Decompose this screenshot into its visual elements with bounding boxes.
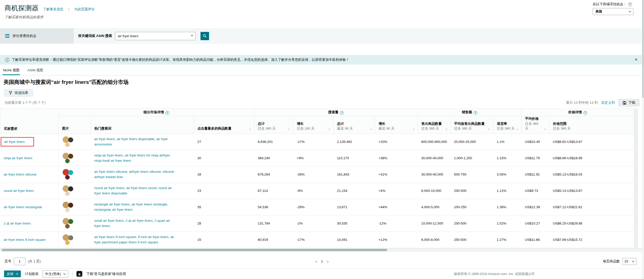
col-header-4[interactable]: 总计过去 360 天↓ bbox=[254, 116, 293, 134]
price-range-cell: US$7.12-US$22.81 bbox=[549, 199, 634, 215]
buyer-need-link[interactable]: air fryer liners silicone bbox=[4, 173, 37, 176]
marketplace-select[interactable]: 美国 bbox=[593, 8, 633, 15]
avg-units-sold-cell: 1,000-1,250 bbox=[451, 150, 493, 166]
buyer-need-link[interactable]: 2 qt air fryer liners bbox=[4, 221, 31, 225]
col-header-3[interactable]: 点击量最多的商品数量↓ bbox=[194, 116, 254, 134]
col-subtitle: 最近 90 天 bbox=[379, 126, 411, 131]
buyer-need-link[interactable]: air fryer liners rectangular bbox=[4, 205, 42, 209]
buyer-need-link[interactable]: air fryer liners 9 inch square bbox=[4, 238, 46, 242]
group-help-icon[interactable]: ? bbox=[166, 111, 169, 115]
search-button[interactable] bbox=[200, 32, 209, 40]
sort-descending-icon[interactable]: ↓ bbox=[544, 127, 546, 131]
horizontal-scrollbar-thumb[interactable] bbox=[2, 249, 387, 251]
sort-descending-icon[interactable]: ↓ bbox=[370, 127, 372, 131]
col-header-7[interactable]: 增长最近 90 天↓ bbox=[375, 116, 418, 134]
top-search-terms-link[interactable]: round air fryer liners, air fryer liners… bbox=[94, 186, 177, 196]
image-cell bbox=[59, 150, 91, 166]
buyer-need-link[interactable]: ninja air fryer liners bbox=[4, 156, 32, 160]
marketplace-help-icon[interactable]: ? bbox=[628, 3, 632, 6]
avg-price-cell: US$11.79 bbox=[521, 150, 549, 166]
group-help-icon[interactable]: ? bbox=[473, 111, 477, 115]
horizontal-scrollbar[interactable] bbox=[0, 248, 644, 252]
filter-results-button[interactable]: 筛选结果 bbox=[4, 89, 33, 97]
col-header-11[interactable]: 平均价格过去 360 天↓ bbox=[521, 116, 549, 134]
search-volume-90-cell: 161,843 bbox=[334, 166, 375, 183]
col-title: 图片 bbox=[62, 126, 84, 131]
search-volume-90-cell: 110,170 bbox=[334, 150, 375, 166]
return-rate-cell: 1.1% bbox=[493, 134, 521, 150]
search-input[interactable] bbox=[115, 32, 195, 40]
tab-asin-view[interactable]: ASIN 视图 bbox=[27, 67, 44, 75]
page-vertical-scrollbar-thumb[interactable] bbox=[642, 0, 644, 98]
browse-by-category[interactable]: 按分类查找机会 bbox=[0, 28, 74, 44]
avg-units-sold-cell: 500-750 bbox=[451, 166, 493, 183]
col-header-10[interactable]: 退货率过去 360 天↓ bbox=[493, 116, 521, 134]
download-button[interactable]: 下载 bbox=[618, 99, 639, 106]
top-search-terms-link[interactable]: air fryer liners, air fryer liners dispo… bbox=[94, 137, 177, 147]
product-thumbnail[interactable] bbox=[62, 185, 74, 197]
sort-descending-icon[interactable]: ↓ bbox=[413, 127, 415, 131]
col-title: 平均值售出商品数量 bbox=[454, 121, 487, 126]
feedback-button[interactable]: 反馈 × bbox=[4, 270, 21, 277]
col-header-8[interactable]: 售出商品数量过去 360 天↓ bbox=[418, 116, 451, 134]
search-volume-360-cell: 54,536 bbox=[254, 199, 293, 215]
sort-descending-icon[interactable]: ↓ bbox=[288, 127, 290, 131]
sort-descending-icon[interactable]: ↓ bbox=[488, 127, 490, 131]
customize-columns-link[interactable]: 自定义列 bbox=[601, 100, 615, 105]
group-help-icon[interactable]: ? bbox=[340, 111, 344, 115]
search-growth-180-cell: -26% bbox=[293, 199, 334, 215]
product-thumbnail[interactable] bbox=[62, 201, 74, 213]
language-select[interactable]: 中文(简体) bbox=[43, 270, 68, 277]
group-help-icon[interactable]: ? bbox=[583, 111, 587, 115]
program-policies-link[interactable]: 计划政策 bbox=[25, 272, 38, 276]
next-page-icon[interactable]: › bbox=[327, 259, 329, 264]
sort-descending-icon[interactable]: ↓ bbox=[516, 127, 518, 131]
top-search-terms-link[interactable]: air fryer liners 9 inch square, 9 inch a… bbox=[94, 235, 177, 245]
previous-page-icon[interactable]: ‹ bbox=[315, 259, 317, 264]
marketplace-label: 在以下商城寻找机会： bbox=[593, 2, 627, 7]
sort-descending-icon[interactable]: ↓ bbox=[249, 127, 251, 131]
sort-descending-icon[interactable]: ↓ bbox=[328, 127, 330, 131]
price-range-cell: US$6.62-US$13.67 bbox=[549, 134, 634, 150]
clear-search-icon[interactable]: × bbox=[191, 33, 193, 38]
page-vertical-scrollbar[interactable] bbox=[642, 0, 644, 279]
col-subtitle: 过去 360 天 bbox=[497, 126, 515, 131]
marketplace-picker: 在以下商城寻找机会： ? 美国 bbox=[593, 2, 633, 15]
banner-close-icon[interactable]: × bbox=[635, 57, 637, 62]
buyer-need-link[interactable]: air fryer liners bbox=[1, 137, 34, 146]
top-search-terms-link[interactable]: ninja air fryer liners, air fryer liners… bbox=[94, 153, 177, 163]
learn-more-link[interactable]: 了解更多信息 bbox=[43, 7, 63, 12]
col-header-9[interactable]: 平均值售出商品数量过去 360 天↓ bbox=[451, 116, 493, 134]
download-app-link[interactable]: 下载“亚马逊卖家”移动应用 bbox=[86, 272, 126, 276]
hamburger-menu-icon[interactable] bbox=[5, 34, 10, 38]
table-vertical-scrollbar[interactable] bbox=[634, 108, 638, 248]
feedback-label: 反馈 bbox=[7, 272, 13, 276]
top-search-terms-link[interactable]: air fryer liners silicone, airfryer line… bbox=[94, 169, 177, 180]
col-header-6[interactable]: 总计最近 90 天↓ bbox=[334, 116, 375, 134]
current-page-number[interactable]: 1 bbox=[321, 259, 323, 263]
col-header-1: 图片 bbox=[59, 116, 91, 134]
sort-descending-icon[interactable]: ↓ bbox=[445, 127, 447, 131]
rate-page-link[interactable]: 为此页面评分 bbox=[74, 7, 95, 12]
page-number-label: 页号 bbox=[5, 259, 11, 264]
product-thumbnail[interactable] bbox=[62, 152, 74, 164]
group-header-2: 销售额? bbox=[418, 109, 521, 116]
return-rate-cell: 1.52% bbox=[493, 215, 521, 232]
return-rate-cell: 1.38% bbox=[493, 199, 521, 215]
page-number-input[interactable] bbox=[14, 258, 25, 265]
tab-niche-view[interactable]: Niche 视图 bbox=[3, 67, 20, 75]
buyer-need-cell: round air fryer liners bbox=[0, 183, 59, 199]
top-search-terms-link[interactable]: small air fryer liners, 2 qt air fryer l… bbox=[94, 218, 177, 229]
top-search-terms-link[interactable]: rectangle air fryer liners, air fryer li… bbox=[94, 202, 177, 212]
price-range-cell: US$5.13-US$13.67 bbox=[549, 183, 634, 199]
product-thumbnail[interactable] bbox=[62, 136, 74, 148]
top-search-terms-cell: round air fryer liners, air fryer liners… bbox=[91, 183, 194, 199]
col-header-5[interactable]: 增长过去 180 天↓ bbox=[293, 116, 334, 134]
product-thumbnail[interactable] bbox=[62, 234, 74, 246]
feedback-close-icon[interactable]: × bbox=[16, 272, 18, 276]
per-page-select[interactable]: 25 bbox=[622, 258, 636, 265]
buyer-need-link[interactable]: round air fryer liners bbox=[4, 189, 34, 193]
product-thumbnail[interactable] bbox=[62, 217, 74, 230]
group-header-3: 价格详情? bbox=[521, 109, 634, 116]
product-thumbnail[interactable] bbox=[62, 169, 74, 181]
